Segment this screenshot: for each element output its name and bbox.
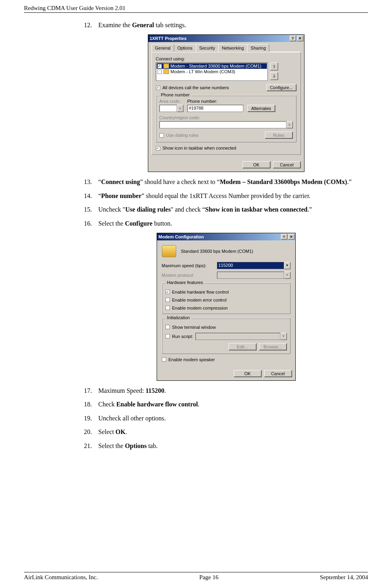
show-term-label: Show terminal window	[172, 325, 216, 330]
dropdown-icon: ▼	[281, 333, 287, 340]
modem-icon	[163, 64, 169, 68]
b: OK	[115, 428, 125, 435]
checkbox-icon[interactable]: ✓	[157, 64, 162, 68]
step-text: “Connect using” should have a check next…	[98, 178, 368, 186]
dialog-title: Modem Configuration	[159, 234, 280, 239]
hw-comp-label: Enable modem compression	[172, 306, 228, 310]
step-num: 20.	[84, 428, 98, 436]
alternates-button[interactable]: Alternates	[247, 105, 275, 112]
script-field	[195, 333, 280, 340]
tab-sharing[interactable]: Sharing	[247, 44, 269, 52]
modem-icon	[162, 245, 176, 257]
step-text: “Phone number” should equal the 1xRTT Ac…	[98, 192, 368, 200]
b: Modem – Standard 33600bps Modem (COMx)	[220, 178, 347, 185]
modem-listbox[interactable]: ✓ Modem - Standard 33600 bps Modem (COM1…	[156, 62, 268, 81]
step-text: Check Enable hardware flow control.	[98, 400, 368, 409]
area-code-field	[159, 105, 177, 112]
list-item[interactable]: ✓ Modem - Standard 33600 bps Modem (COM1…	[157, 63, 267, 69]
b: Options	[125, 442, 147, 449]
help-button[interactable]: ?	[290, 36, 296, 41]
tab-options[interactable]: Options	[174, 44, 196, 52]
ok-button[interactable]: OK	[243, 161, 271, 168]
show-icon-checkbox[interactable]: ✓	[156, 146, 160, 150]
hw-flow-label: Enable hardware flow control	[172, 290, 229, 294]
step-num: 18.	[84, 400, 98, 409]
modem-protocol-label: Modem protocol	[162, 273, 214, 278]
titlebar: 1XRTT Properties ? ✕	[148, 35, 304, 42]
tab-general[interactable]: General	[151, 44, 174, 52]
run-script-label: Run script:	[172, 334, 193, 339]
close-button[interactable]: ✕	[297, 36, 303, 41]
ok-button[interactable]: OK	[234, 370, 262, 377]
properties-dialog: 1XRTT Properties ? ✕ General Options Sec…	[148, 34, 304, 172]
modem-protocol-field	[217, 272, 284, 279]
b: Show icon in taskbar when connected	[205, 206, 307, 213]
phone-group-title: Phone number	[159, 92, 191, 97]
t: Select the	[98, 220, 125, 227]
use-dialing-checkbox[interactable]	[159, 133, 164, 138]
hw-error-label: Enable modem error control	[172, 298, 227, 302]
hw-comp-checkbox[interactable]	[165, 306, 170, 310]
b: Configure	[125, 220, 153, 227]
hw-error-checkbox[interactable]	[165, 298, 170, 302]
move-down-button[interactable]: ⇩	[270, 72, 278, 80]
text: Examine the	[98, 22, 132, 28]
help-button[interactable]: ?	[281, 234, 287, 240]
phone-number-field[interactable]: #19788	[187, 105, 243, 112]
run-script-checkbox[interactable]	[165, 334, 170, 338]
cancel-button[interactable]: Cancel	[264, 370, 292, 377]
step-num: 17.	[84, 386, 98, 395]
header-rule	[24, 12, 368, 13]
connect-using-label: Connect using:	[156, 56, 296, 61]
step-21: 21. Select the Options tab.	[84, 442, 368, 450]
step-num: 14.	[84, 192, 98, 200]
use-dialing-label: Use dialing rules	[166, 133, 199, 138]
footer-left: AirLink Communications, Inc.	[24, 574, 98, 581]
t: .”	[347, 178, 352, 185]
checkbox-icon[interactable]	[157, 70, 162, 74]
dropdown-icon[interactable]: ▼	[284, 262, 291, 269]
step-num: 12.	[84, 21, 98, 30]
tabs: General Options Security Networking Shar…	[151, 44, 301, 52]
max-speed-field[interactable]: 115200	[217, 262, 284, 269]
configure-button[interactable]: Configure...	[267, 84, 296, 91]
b: Connect using	[101, 178, 140, 185]
t: .”	[307, 206, 312, 213]
t: ” should equal the 1xRTT Access Number p…	[141, 192, 310, 199]
hw-flow-checkbox[interactable]: ✓	[165, 290, 170, 294]
step-12: 12. Examine the General tab settings.	[84, 21, 368, 30]
dialog-title: 1XRTT Properties	[150, 36, 289, 41]
b: 115200	[145, 387, 164, 394]
step-17: 17. Maximum Speed: 115200.	[84, 386, 368, 395]
browse-button: Browse...	[259, 343, 287, 350]
hw-group-title: Hardware features	[165, 280, 205, 285]
move-up-button[interactable]: ⇧	[270, 62, 278, 70]
t: Select the	[98, 442, 125, 449]
t: Maximum Speed:	[98, 387, 145, 394]
step-num: 21.	[84, 442, 98, 450]
modem-label: Modem - Standard 33600 bps Modem (COM1)	[171, 64, 261, 68]
max-speed-label: Maximum speed (bps):	[162, 263, 214, 268]
modem-name: Standard 33600 bps Modem (COM1)	[181, 249, 253, 254]
cancel-button[interactable]: Cancel	[273, 161, 301, 168]
step-18: 18. Check Enable hardware flow control.	[84, 400, 368, 409]
country-field	[159, 121, 287, 128]
speaker-checkbox[interactable]	[162, 357, 166, 362]
step-19: 19. Uncheck all other options.	[84, 414, 368, 423]
t: Select	[98, 428, 115, 435]
show-term-checkbox[interactable]	[165, 325, 170, 329]
list-item[interactable]: Modem - LT Win Modem (COM3)	[157, 69, 267, 74]
b: Enable hardware flow control	[116, 401, 198, 408]
step-text: Select the Configure button.	[98, 219, 368, 228]
step-text: Select OK.	[98, 428, 368, 436]
tab-security[interactable]: Security	[196, 44, 219, 52]
tab-networking[interactable]: Networking	[218, 44, 247, 52]
step-text: Uncheck all other options.	[98, 414, 368, 423]
step-14: 14. “Phone number” should equal the 1xRT…	[84, 192, 368, 200]
all-devices-label: All devices call the same numbers	[163, 85, 229, 90]
all-devices-checkbox[interactable]: ✓	[156, 86, 160, 90]
rules-button: Rules	[265, 132, 293, 139]
close-button[interactable]: ✕	[288, 234, 294, 240]
dropdown-icon: ▼	[284, 272, 291, 279]
t: .	[125, 428, 127, 435]
